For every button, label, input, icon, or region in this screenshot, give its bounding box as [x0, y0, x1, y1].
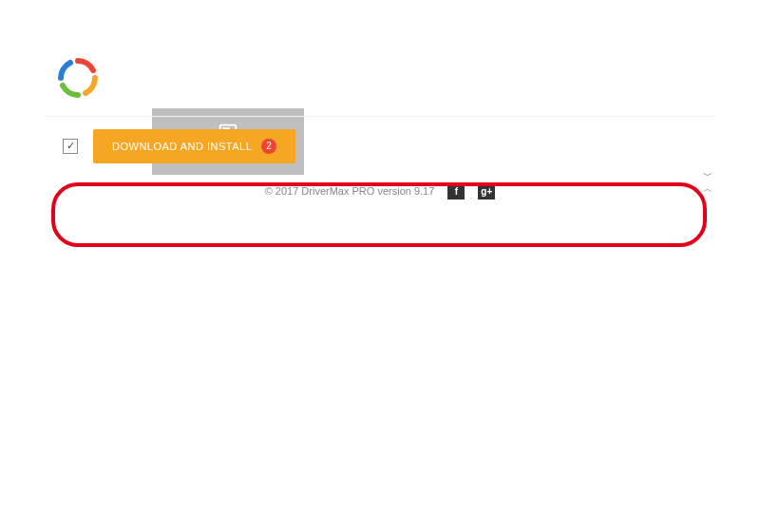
facebook-icon[interactable]: f — [447, 182, 465, 200]
copyright-text: © 2017 DriverMax PRO version 9.17 — [265, 185, 435, 197]
download-badge: 2 — [261, 139, 276, 154]
googleplus-icon[interactable]: g+ — [478, 182, 495, 200]
titlebar: need help? ─ ✕ — [0, 0, 760, 51]
scroll-up-arrow[interactable]: ︿ — [701, 182, 714, 196]
active-tab-arrow — [220, 175, 236, 182]
bottom-bar: ✓ DOWNLOAD AND INSTALL 2 — [46, 116, 714, 175]
download-install-button[interactable]: DOWNLOAD AND INSTALL 2 — [93, 129, 295, 163]
logo-icon — [57, 57, 99, 99]
app-name: DriverMax — [110, 60, 245, 85]
select-all-checkbox[interactable]: ✓ — [63, 139, 78, 154]
download-label: DOWNLOAD AND INSTALL — [112, 141, 252, 152]
minimize-button[interactable]: ─ — [0, 17, 17, 34]
app-tagline: keeps your drivers up to date — [110, 85, 245, 96]
brand-text: DriverMax keeps your drivers up to date — [110, 60, 245, 96]
app-window: need help? ─ ✕ DriverMax keeps your driv… — [0, 0, 760, 532]
brand-area: DriverMax keeps your drivers up to date — [0, 51, 760, 108]
footer: © 2017 DriverMax PRO version 9.17 f g+ — [0, 175, 760, 207]
close-button[interactable]: ✕ — [0, 34, 17, 51]
help-link[interactable]: need help? — [0, 4, 51, 15]
app-logo — [57, 57, 99, 99]
